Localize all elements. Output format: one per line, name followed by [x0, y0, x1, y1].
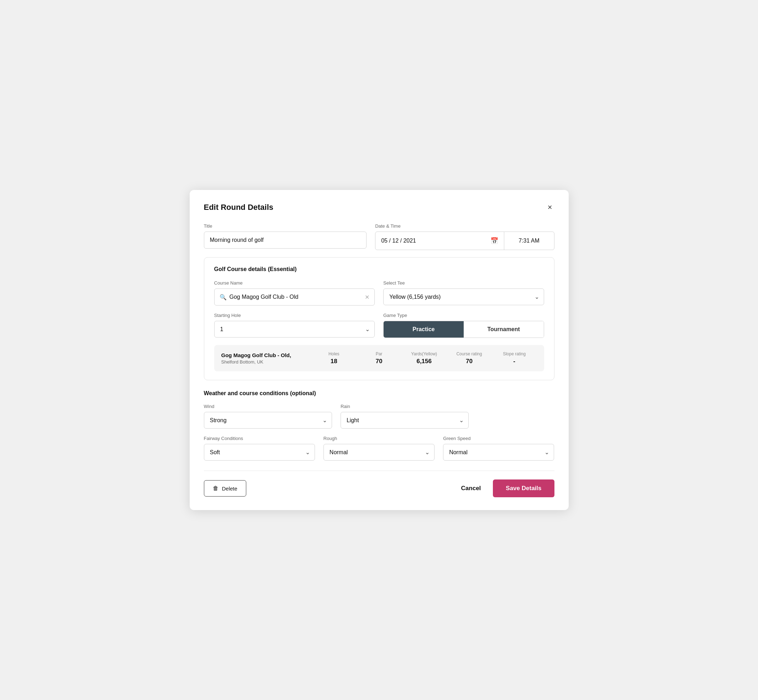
select-tee-dropdown[interactable]: Yellow (6,156 yards): [383, 289, 544, 305]
title-label: Title: [204, 223, 367, 229]
title-date-row: Title Date & Time 05 / 12 / 2021 📅 7:31 …: [204, 223, 554, 250]
course-info-name: Gog Magog Golf Club - Old,: [221, 352, 312, 358]
search-icon: 🔍: [219, 294, 227, 300]
starting-hole-group: Starting Hole 1 2 10 ⌄: [214, 312, 375, 338]
trash-icon: 🗑: [213, 485, 219, 492]
yards-value: 6,156: [401, 358, 446, 365]
rough-group: Rough Normal Short Long ⌄: [324, 436, 434, 461]
starting-hole-wrapper: 1 2 10 ⌄: [214, 321, 375, 338]
rough-wrapper: Normal Short Long ⌄: [324, 444, 434, 461]
slope-rating-label: Slope rating: [492, 352, 537, 356]
footer-right: Cancel Save Details: [458, 480, 554, 497]
game-type-label: Game Type: [383, 312, 544, 318]
par-value: 70: [357, 358, 402, 365]
cancel-button[interactable]: Cancel: [458, 480, 485, 497]
title-group: Title: [204, 223, 367, 250]
fairway-label: Fairway Conditions: [204, 436, 315, 441]
fairway-wrapper: Soft Normal Firm ⌄: [204, 444, 315, 461]
fairway-rough-green-row: Fairway Conditions Soft Normal Firm ⌄ Ro…: [204, 436, 554, 461]
wind-wrapper: Strong Light Moderate None ⌄: [204, 412, 332, 429]
course-name-label: Course Name: [214, 280, 375, 286]
date-value: 05 / 12 / 2021: [381, 238, 416, 244]
fairway-dropdown[interactable]: Soft Normal Firm: [204, 444, 315, 461]
wind-dropdown[interactable]: Strong Light Moderate None: [204, 412, 332, 429]
par-label: Par: [357, 352, 402, 356]
conditions-section: Weather and course conditions (optional)…: [204, 390, 554, 461]
date-field[interactable]: 05 / 12 / 2021 📅: [376, 232, 504, 250]
starting-hole-label: Starting Hole: [214, 312, 375, 318]
green-speed-group: Green Speed Normal Slow Fast ⌄: [443, 436, 554, 461]
golf-course-section: Golf Course details (Essential) Course N…: [204, 257, 554, 380]
select-tee-wrapper: Yellow (6,156 yards) ⌄: [383, 289, 544, 305]
rain-wrapper: Light None Heavy ⌄: [341, 412, 469, 429]
rough-dropdown[interactable]: Normal Short Long: [324, 444, 434, 461]
course-rating-label: Course rating: [446, 352, 492, 356]
course-rating-value: 70: [446, 358, 492, 365]
clear-course-icon[interactable]: ✕: [365, 294, 370, 300]
save-details-button[interactable]: Save Details: [493, 480, 554, 497]
course-stat-par: Par 70: [357, 352, 402, 365]
slope-rating-value: -: [492, 358, 537, 365]
course-info-row: Gog Magog Golf Club - Old, Shelford Bott…: [214, 345, 544, 371]
course-info-name-block: Gog Magog Golf Club - Old, Shelford Bott…: [221, 352, 312, 364]
golf-course-title: Golf Course details (Essential): [214, 266, 544, 272]
yards-label: Yards(Yellow): [401, 352, 446, 356]
course-tee-row: Course Name 🔍 ✕ Select Tee Yellow (6,156…: [214, 280, 544, 306]
game-type-group: Game Type Practice Tournament: [383, 312, 544, 338]
date-time-label: Date & Time: [375, 223, 554, 229]
wind-rain-row: Wind Strong Light Moderate None ⌄ Rain L…: [204, 404, 554, 429]
wind-group: Wind Strong Light Moderate None ⌄: [204, 404, 332, 429]
select-tee-group: Select Tee Yellow (6,156 yards) ⌄: [383, 280, 544, 306]
time-value: 7:31 AM: [518, 238, 539, 244]
fairway-group: Fairway Conditions Soft Normal Firm ⌄: [204, 436, 315, 461]
wind-label: Wind: [204, 404, 332, 409]
date-time-group: Date & Time 05 / 12 / 2021 📅 7:31 AM: [375, 223, 554, 250]
rain-dropdown[interactable]: Light None Heavy: [341, 412, 469, 429]
course-stat-yards: Yards(Yellow) 6,156: [401, 352, 446, 365]
close-button[interactable]: ×: [545, 203, 554, 212]
practice-button[interactable]: Practice: [384, 321, 464, 338]
delete-button[interactable]: 🗑 Delete: [204, 480, 246, 497]
course-stat-course-rating: Course rating 70: [446, 352, 492, 365]
hole-gametype-row: Starting Hole 1 2 10 ⌄ Game Type Practic…: [214, 312, 544, 338]
delete-label: Delete: [222, 486, 237, 492]
title-input[interactable]: [204, 231, 367, 248]
game-type-toggle: Practice Tournament: [383, 321, 544, 338]
course-stat-holes: Holes 18: [312, 352, 357, 365]
modal-header: Edit Round Details ×: [204, 203, 554, 212]
rain-label: Rain: [341, 404, 469, 409]
holes-label: Holes: [312, 352, 357, 356]
course-stat-slope-rating: Slope rating -: [492, 352, 537, 365]
green-speed-label: Green Speed: [443, 436, 554, 441]
holes-value: 18: [312, 358, 357, 365]
green-speed-dropdown[interactable]: Normal Slow Fast: [443, 444, 554, 461]
conditions-title: Weather and course conditions (optional): [204, 390, 554, 397]
rain-group: Rain Light None Heavy ⌄: [341, 404, 469, 429]
rough-label: Rough: [324, 436, 434, 441]
course-search-wrapper: 🔍 ✕: [214, 289, 375, 306]
select-tee-label: Select Tee: [383, 280, 544, 286]
course-info-location: Shelford Bottom, UK: [221, 359, 312, 364]
time-field[interactable]: 7:31 AM: [504, 232, 554, 250]
green-speed-wrapper: Normal Slow Fast ⌄: [443, 444, 554, 461]
footer-divider: [204, 470, 554, 471]
course-name-group: Course Name 🔍 ✕: [214, 280, 375, 306]
modal-title: Edit Round Details: [204, 203, 274, 212]
footer-row: 🗑 Delete Cancel Save Details: [204, 480, 554, 497]
date-time-wrapper: 05 / 12 / 2021 📅 7:31 AM: [375, 231, 554, 250]
starting-hole-dropdown[interactable]: 1 2 10: [214, 321, 375, 338]
calendar-icon: 📅: [490, 237, 498, 245]
tournament-button[interactable]: Tournament: [464, 321, 544, 338]
course-name-input[interactable]: [230, 289, 365, 305]
rain-spacer: [477, 404, 554, 429]
edit-round-modal: Edit Round Details × Title Date & Time 0…: [190, 190, 568, 510]
